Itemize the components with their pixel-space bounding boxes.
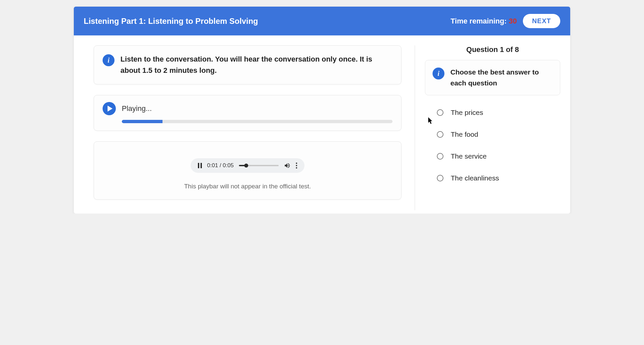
playbar-note: This playbar will not appear in the offi… xyxy=(103,183,392,190)
answer-options: The prices The food The service The clea… xyxy=(425,109,560,182)
test-container: Listening Part 1: Listening to Problem S… xyxy=(74,7,570,214)
cursor-icon xyxy=(428,117,434,124)
radio-icon xyxy=(437,175,443,181)
header-bar: Listening Part 1: Listening to Problem S… xyxy=(74,7,570,35)
right-column: Question 1 of 8 i Choose the best answer… xyxy=(415,45,560,210)
info-icon: i xyxy=(103,54,115,66)
next-button[interactable]: NEXT xyxy=(523,14,560,28)
option-label: The cleanliness xyxy=(451,174,499,182)
answer-option-0[interactable]: The prices xyxy=(437,109,557,117)
audio-status-card: Playing... xyxy=(94,95,401,131)
header-right: Time remaining: 30 NEXT xyxy=(451,14,560,28)
playbar-card: 0:01 / 0:05 This playbar will not appear… xyxy=(94,141,401,200)
pause-icon[interactable] xyxy=(198,163,202,168)
instructions-text: Listen to the conversation. You will hea… xyxy=(120,54,392,76)
left-column: i Listen to the conversation. You will h… xyxy=(94,45,415,210)
instructions-card: i Listen to the conversation. You will h… xyxy=(94,45,401,84)
more-icon[interactable] xyxy=(296,163,297,169)
question-prompt: Choose the best answer to each question xyxy=(450,67,553,88)
question-counter: Question 1 of 8 xyxy=(425,45,560,54)
radio-icon xyxy=(437,153,443,160)
time-remaining: Time remaining: 30 xyxy=(451,17,517,25)
option-label: The food xyxy=(451,130,478,138)
option-label: The prices xyxy=(451,109,483,117)
radio-icon xyxy=(437,131,443,138)
audio-time: 0:01 / 0:05 xyxy=(207,162,234,169)
answer-option-2[interactable]: The service xyxy=(437,152,557,160)
info-icon: i xyxy=(433,68,444,79)
option-label: The service xyxy=(451,152,487,160)
playing-status: Playing... xyxy=(122,104,152,113)
volume-icon[interactable] xyxy=(284,162,291,169)
time-label: Time remaining: xyxy=(451,17,509,25)
audio-progress-fill xyxy=(122,120,162,123)
time-value: 30 xyxy=(509,17,517,25)
audio-scrubber[interactable] xyxy=(239,165,279,166)
body: i Listen to the conversation. You will h… xyxy=(74,35,570,214)
answer-option-3[interactable]: The cleanliness xyxy=(437,174,557,182)
radio-icon xyxy=(437,109,443,116)
audio-player: 0:01 / 0:05 xyxy=(191,158,304,173)
page-title: Listening Part 1: Listening to Problem S… xyxy=(84,17,258,26)
answer-option-1[interactable]: The food xyxy=(437,130,557,138)
audio-progress-track[interactable] xyxy=(122,120,392,123)
play-icon[interactable] xyxy=(103,102,116,115)
question-prompt-card: i Choose the best answer to each questio… xyxy=(425,60,560,95)
